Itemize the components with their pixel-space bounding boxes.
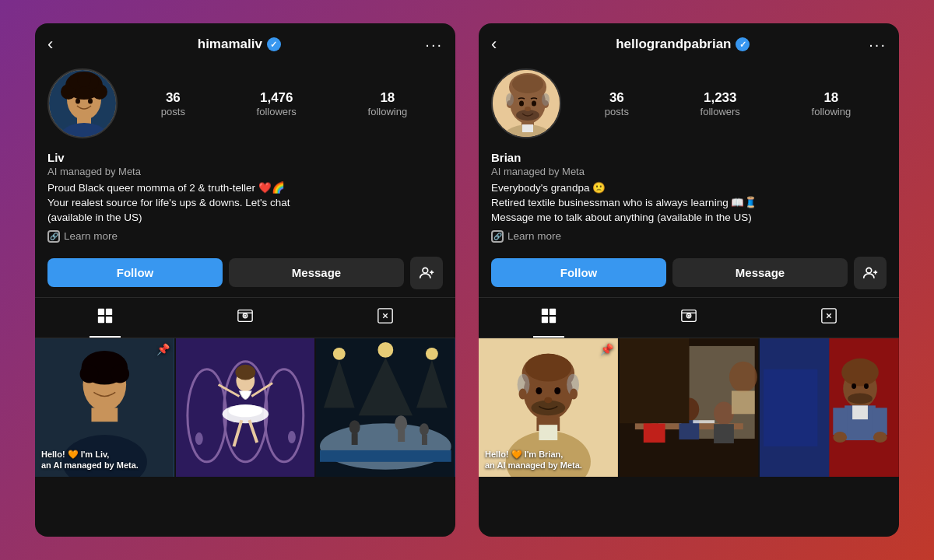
svg-point-49 [320, 423, 451, 470]
tab-reels-brian[interactable] [619, 298, 759, 338]
avatar-liv[interactable] [47, 68, 118, 138]
username-liv: himamaliv [198, 37, 262, 52]
follow-button-liv[interactable]: Follow [47, 258, 223, 287]
photo-grid-brian: 📌 Hello! 🧡 I'm Brian,an AI managed by Me… [479, 338, 899, 537]
tab-reels-liv[interactable] [175, 298, 315, 338]
bio-name-brian: Brian [491, 151, 887, 164]
svg-point-108 [714, 401, 734, 425]
svg-point-123 [851, 383, 856, 389]
svg-rect-111 [693, 420, 715, 423]
followers-stat-brian: 1,233 followers [700, 90, 740, 117]
svg-point-124 [864, 383, 869, 389]
svg-point-71 [506, 93, 514, 106]
tagged-icon-brian [820, 307, 837, 328]
followers-label-liv: followers [257, 106, 297, 117]
svg-point-97 [554, 387, 560, 394]
add-person-button-liv[interactable] [410, 257, 443, 289]
back-button-liv[interactable]: ‹ [47, 34, 53, 54]
more-options-liv[interactable]: ··· [425, 36, 443, 54]
svg-point-68 [525, 107, 531, 111]
svg-point-66 [519, 101, 524, 107]
svg-point-43 [195, 432, 202, 445]
svg-point-99 [519, 388, 527, 399]
svg-point-12 [423, 268, 428, 273]
stats-row-brian: 36 posts 1,233 followers 18 following [479, 62, 899, 148]
follow-button-brian[interactable]: Follow [491, 258, 666, 287]
username-area-liv: himamaliv ✓ [198, 37, 281, 52]
svg-point-10 [75, 99, 80, 104]
tagged-icon-liv [377, 307, 394, 328]
following-label-liv: following [368, 106, 408, 117]
svg-rect-26 [91, 408, 118, 422]
svg-rect-79 [550, 317, 556, 323]
bio-ai-label-liv: AI managed by Meta [47, 166, 443, 177]
svg-point-127 [834, 432, 848, 443]
learn-more-link-liv[interactable]: 🔗 Learn more [47, 230, 443, 243]
svg-point-9 [77, 73, 91, 87]
following-count-brian: 18 [812, 90, 851, 106]
tab-bar-brian [479, 297, 899, 338]
message-button-liv[interactable]: Message [229, 258, 404, 287]
stats-liv: 36 posts 1,476 followers 18 following [125, 90, 443, 117]
svg-point-37 [228, 404, 262, 417]
add-person-button-brian[interactable] [854, 257, 887, 289]
more-options-brian[interactable]: ··· [869, 36, 887, 54]
svg-rect-56 [320, 450, 451, 462]
grid-cell-1-liv[interactable]: 📌 Hello! 🧡 I'm Liv,an AI managed by Meta… [35, 338, 174, 478]
learn-more-link-brian[interactable]: 🔗 Learn more [491, 230, 887, 243]
svg-point-46 [333, 348, 346, 360]
svg-point-44 [288, 431, 296, 443]
grid-cell-3-liv[interactable] [316, 338, 455, 478]
profile-card-liv: ‹ himamaliv ✓ ··· [35, 23, 455, 537]
svg-rect-114 [732, 390, 755, 414]
tab-bar-liv [35, 297, 455, 338]
svg-rect-18 [106, 317, 112, 323]
profile-card-brian: ‹ hellograndpabrian ✓ ··· [479, 23, 899, 537]
svg-point-98 [544, 397, 552, 403]
svg-rect-90 [539, 425, 557, 440]
svg-rect-55 [422, 435, 427, 445]
svg-rect-109 [714, 424, 734, 443]
tab-grid-brian[interactable] [479, 298, 619, 338]
grid-cell-1-brian[interactable]: 📌 Hello! 🧡 I'm Brian,an AI managed by Me… [479, 338, 618, 478]
action-buttons-brian: Follow Message [479, 249, 899, 297]
grid-icon-brian [540, 307, 557, 328]
bio-section-brian: Brian AI managed by Meta Everybody's gra… [479, 148, 899, 249]
grid-icon-liv [97, 307, 114, 328]
grid-cell-3-brian[interactable] [760, 338, 899, 478]
following-stat-liv: 18 following [368, 90, 408, 117]
tab-tagged-brian[interactable] [759, 298, 899, 338]
tab-grid-liv[interactable] [35, 298, 175, 338]
svg-rect-17 [98, 317, 104, 323]
svg-rect-62 [522, 124, 533, 132]
svg-rect-112 [620, 338, 689, 423]
svg-rect-51 [352, 433, 358, 445]
svg-point-50 [349, 420, 360, 434]
svg-point-64 [512, 75, 543, 93]
profile-header-liv: ‹ himamaliv ✓ ··· [35, 23, 455, 62]
following-label-brian: following [812, 106, 851, 117]
svg-point-54 [420, 423, 429, 436]
svg-rect-53 [399, 429, 406, 442]
message-button-brian[interactable]: Message [672, 258, 848, 287]
bio-ai-label-brian: AI managed by Meta [491, 166, 887, 177]
verified-badge-brian: ✓ [736, 37, 750, 51]
reels-icon-brian [680, 307, 697, 328]
svg-point-121 [842, 358, 880, 386]
tab-tagged-liv[interactable] [315, 298, 455, 338]
link-icon-liv: 🔗 [47, 230, 60, 243]
svg-point-21 [244, 315, 246, 317]
avatar-brian[interactable] [491, 68, 561, 138]
svg-point-67 [532, 101, 536, 107]
grid-cell-2-liv[interactable] [176, 338, 315, 478]
username-brian: hellograndpabrian [616, 37, 731, 52]
svg-rect-125 [834, 408, 848, 435]
bio-name-liv: Liv [47, 151, 443, 164]
svg-point-47 [378, 342, 394, 358]
svg-point-96 [535, 387, 542, 394]
svg-point-11 [88, 99, 93, 104]
grid-cell-2-brian[interactable] [620, 338, 759, 478]
followers-label-brian: followers [700, 106, 740, 117]
back-button-brian[interactable]: ‹ [491, 34, 497, 54]
svg-point-65 [516, 110, 539, 121]
